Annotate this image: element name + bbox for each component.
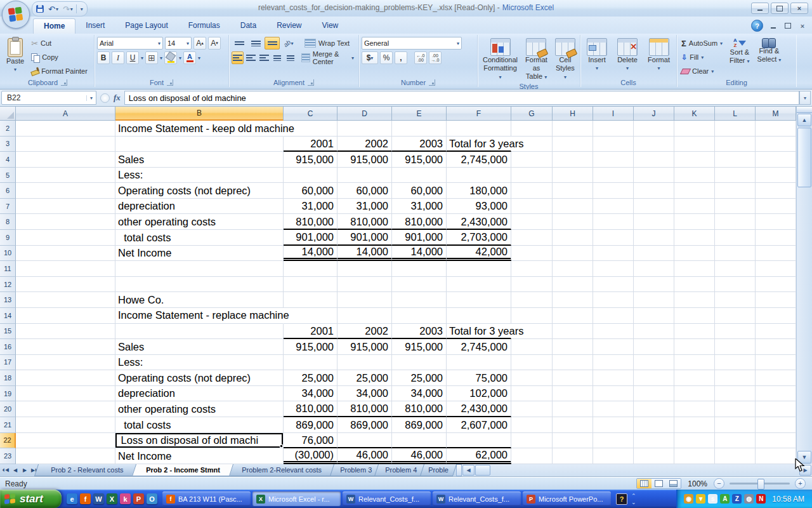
cell-K10[interactable] (674, 246, 715, 262)
cell-D4[interactable]: 915,000 (337, 152, 392, 168)
cell-M14[interactable] (756, 308, 796, 324)
redo-button[interactable]: ↷▾ (62, 3, 74, 15)
page-layout-view-button[interactable] (652, 479, 666, 488)
number-format-combo[interactable]: General▾ (362, 37, 462, 50)
cell-D3[interactable]: 2002 (337, 137, 392, 152)
cell-F20[interactable]: 2,430,000 (447, 401, 511, 417)
grow-font-button[interactable]: A▴ (193, 37, 206, 50)
cell-K11[interactable] (674, 261, 715, 277)
cell-B6[interactable]: Operating costs (not deprec) (115, 183, 284, 199)
next-sheet-button[interactable]: ▶ (20, 465, 29, 475)
tab-page-layout[interactable]: Page Layout (115, 18, 178, 34)
cell-D14[interactable] (337, 308, 392, 324)
cell-I9[interactable] (593, 230, 634, 246)
cell-B7[interactable]: depreciation (115, 199, 284, 215)
cell-L22[interactable] (715, 433, 756, 449)
column-header-D[interactable]: D (337, 107, 392, 121)
undo-button[interactable]: ↶▾ (47, 3, 60, 15)
cell-L18[interactable] (715, 370, 756, 386)
cell-C7[interactable]: 31,000 (284, 199, 337, 215)
cell-M9[interactable] (756, 230, 796, 246)
cell-H21[interactable] (553, 417, 593, 433)
fill-handle[interactable] (280, 444, 283, 448)
cell-J6[interactable] (634, 183, 674, 199)
horizontal-scrollbar[interactable]: ◀ ▶ (456, 464, 812, 476)
cell-J7[interactable] (634, 199, 674, 215)
tab-home[interactable]: Home (33, 18, 75, 34)
cell-C8[interactable]: 810,000 (284, 214, 337, 230)
row-header-10[interactable]: 10 (0, 246, 16, 262)
cell-F9[interactable]: 2,703,000 (447, 230, 511, 246)
cell-D12[interactable] (337, 277, 392, 293)
percent-style-button[interactable]: % (380, 51, 393, 64)
cell-C18[interactable]: 25,000 (284, 370, 337, 386)
cell-B16[interactable]: Sales (115, 339, 284, 355)
cell-E3[interactable]: 2003 (392, 137, 447, 152)
cell-C21[interactable]: 869,000 (284, 417, 337, 433)
cell-G11[interactable] (511, 261, 553, 277)
column-header-G[interactable]: G (511, 107, 553, 121)
cell-G14[interactable] (511, 308, 553, 324)
cell-I11[interactable] (593, 261, 634, 277)
cell-G7[interactable] (511, 199, 553, 215)
minimize-button[interactable] (751, 3, 769, 14)
cell-D18[interactable]: 25,000 (337, 370, 392, 386)
cell-M11[interactable] (756, 261, 796, 277)
normal-view-button[interactable] (637, 479, 652, 488)
cell-K4[interactable] (674, 152, 715, 168)
format-painter-button[interactable]: Format Painter (29, 65, 89, 77)
formula-input[interactable]: Loss on disposal of old machine (124, 91, 799, 105)
comma-style-button[interactable]: , (395, 51, 407, 64)
cell-I13[interactable] (593, 292, 634, 308)
cell-F7[interactable]: 93,000 (447, 199, 511, 215)
word-icon[interactable]: W (93, 493, 104, 504)
cell-H14[interactable] (553, 308, 593, 324)
row-header-18[interactable]: 18 (0, 370, 16, 386)
cell-F17[interactable] (447, 355, 511, 371)
cell-H2[interactable] (553, 121, 593, 137)
cell-D23[interactable]: 46,000 (337, 448, 392, 464)
cell-E22[interactable] (392, 433, 447, 449)
cell-K2[interactable] (674, 121, 715, 137)
cell-B5[interactable]: Less: (115, 168, 284, 184)
cell-B17[interactable]: Less: (115, 355, 284, 371)
cell-G5[interactable] (511, 168, 553, 184)
cell-A15[interactable] (16, 324, 115, 340)
cell-M2[interactable] (756, 121, 796, 137)
cell-F13[interactable] (447, 292, 511, 308)
vertical-scrollbar[interactable]: ▲ ▼ (796, 107, 812, 464)
scroll-down-button[interactable]: ▼ (797, 451, 811, 464)
merge-center-button[interactable]: Merge & Center▾ (299, 51, 356, 64)
row-header-11[interactable]: 11 (0, 261, 16, 277)
scroll-left-button[interactable]: ◀ (462, 465, 475, 476)
workbook-close-button[interactable]: × (796, 22, 809, 30)
cell-G3[interactable] (511, 137, 553, 152)
page-break-view-button[interactable] (666, 479, 681, 488)
messenger-icon[interactable]: ◉ (684, 494, 693, 504)
cell-C6[interactable]: 60,000 (284, 183, 337, 199)
bold-button[interactable]: B (97, 51, 110, 64)
cell-I6[interactable] (593, 183, 634, 199)
cell-C13[interactable] (284, 292, 337, 308)
cell-E8[interactable]: 810,000 (392, 214, 447, 230)
cell-B8[interactable]: other operating costs (115, 214, 284, 230)
cell-H13[interactable] (553, 292, 593, 308)
copy-button[interactable]: Copy (29, 51, 89, 64)
cell-B10[interactable]: Net Income (115, 246, 284, 262)
cell-G9[interactable] (511, 230, 553, 246)
workbook-minimize-button[interactable] (767, 22, 780, 30)
cell-H23[interactable] (553, 448, 593, 464)
cell-M21[interactable] (756, 417, 796, 433)
cell-K13[interactable] (674, 292, 715, 308)
cell-C17[interactable] (284, 355, 337, 371)
cell-A20[interactable] (16, 401, 115, 417)
save-button[interactable] (35, 3, 45, 15)
cell-G17[interactable] (511, 355, 553, 371)
cell-K12[interactable] (674, 277, 715, 293)
cell-A4[interactable] (16, 152, 115, 168)
row-header-5[interactable]: 5 (0, 168, 16, 184)
cell-G2[interactable] (511, 121, 553, 137)
excel-icon[interactable]: X (107, 493, 117, 504)
align-right-button[interactable] (258, 51, 270, 64)
cell-G12[interactable] (511, 277, 553, 293)
